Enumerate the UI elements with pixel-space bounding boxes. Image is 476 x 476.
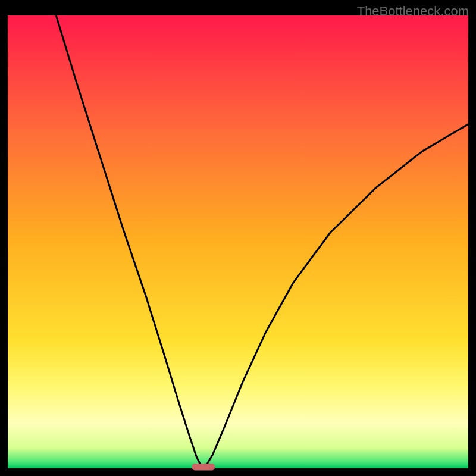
chart-svg [0, 0, 476, 476]
watermark-text: TheBottleneck.com [357, 4, 469, 19]
optimal-marker [192, 464, 215, 470]
bottleneck-chart [0, 0, 476, 476]
